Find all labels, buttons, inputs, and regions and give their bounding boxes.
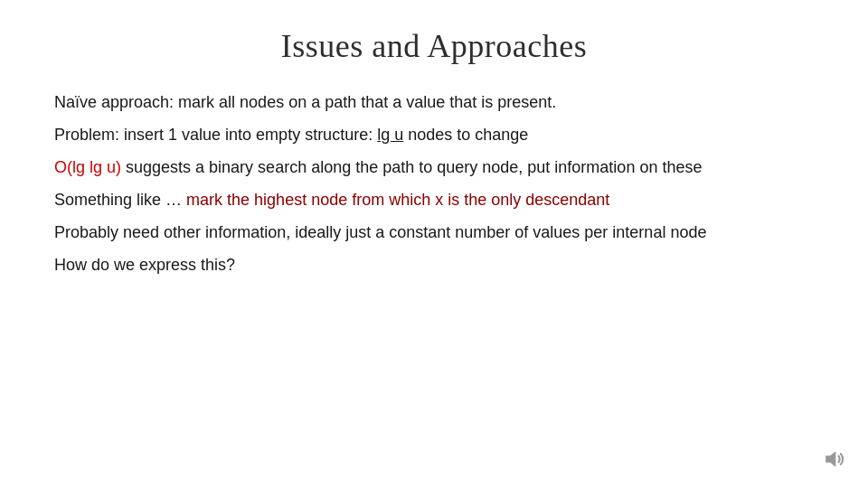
bullet-3-red: O(lg lg u) [54, 158, 121, 176]
bullet-1-text: Naïve approach: mark all nodes on a path… [54, 93, 556, 111]
speaker-icon[interactable] [823, 446, 848, 472]
svg-marker-0 [826, 452, 836, 466]
bullet-3: O(lg lg u) suggests a binary search alon… [54, 155, 814, 179]
slide-content: Naïve approach: mark all nodes on a path… [54, 90, 814, 452]
bullet-1: Naïve approach: mark all nodes on a path… [54, 90, 814, 114]
bullet-2-underline: lg u [377, 126, 403, 144]
bullet-3-text: suggests a binary search along the path … [121, 158, 702, 176]
bullet-4-text-1: Something like … [54, 191, 186, 209]
bullet-2-text-1: Problem: insert 1 value into empty struc… [54, 126, 528, 144]
slide-container: Issues and Approaches Naïve approach: ma… [0, 0, 868, 488]
bullet-4: Something like … mark the highest node f… [54, 188, 814, 211]
bullet-5-text: Probably need other information, ideally… [54, 223, 706, 241]
slide-title: Issues and Approaches [54, 27, 814, 65]
bullet-5: Probably need other information, ideally… [54, 221, 814, 244]
bullet-6: How do we express this? [54, 253, 814, 277]
bullet-2: Problem: insert 1 value into empty struc… [54, 123, 814, 146]
bullet-6-text: How do we express this? [54, 256, 235, 274]
bullet-4-red: mark the highest node from which x is th… [186, 191, 609, 209]
